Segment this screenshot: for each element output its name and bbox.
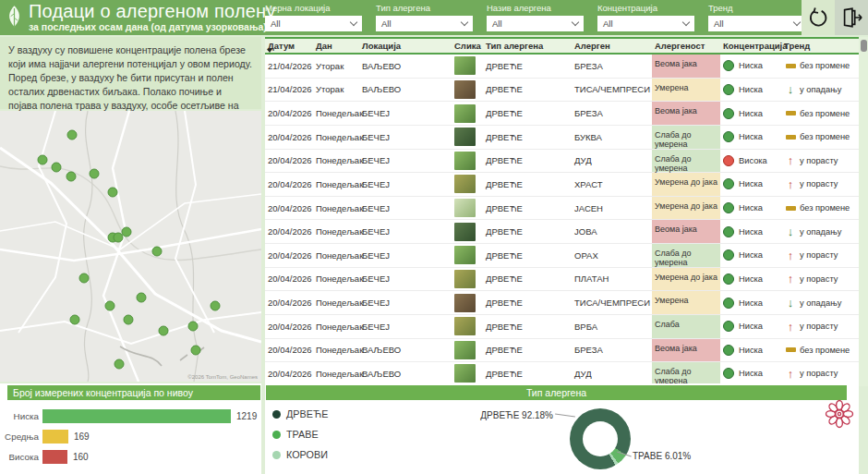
- bar[interactable]: [42, 450, 67, 464]
- map-point[interactable]: [38, 155, 48, 165]
- map-point[interactable]: [122, 227, 132, 237]
- table-row[interactable]: 20/04/2026 Понедељак БЕЧЕЈ ДРВЕЋЕ ДУД Сл…: [265, 150, 859, 174]
- filter-dropdown: Тип алергена All: [376, 2, 473, 31]
- column-header-image[interactable]: Слика: [452, 41, 483, 51]
- table-row[interactable]: 20/04/2026 Понедељак БЕЧЕЈ ДРВЕЋЕ ВРБА С…: [265, 315, 859, 339]
- reset-filters-button[interactable]: [802, 0, 835, 35]
- cell-allergen: БУКВА: [572, 126, 652, 149]
- filter-select[interactable]: All: [597, 16, 694, 31]
- chevron-down-icon: [572, 18, 579, 26]
- cell-image: [452, 339, 483, 362]
- cell-day: Понедељак: [313, 102, 359, 125]
- cell-image: [452, 102, 483, 125]
- map-point[interactable]: [52, 163, 62, 173]
- table-row[interactable]: 20/04/2026 Понедељак БЕЧЕЈ ДРВЕЋЕ ПЛАТАН…: [265, 268, 859, 292]
- cell-trend: у опадању: [781, 79, 859, 102]
- concentration-dot-icon: [723, 178, 734, 189]
- cell-image: [452, 291, 483, 314]
- trend-down-icon: [784, 82, 797, 96]
- cell-date: 20/04/2026: [265, 244, 313, 267]
- cell-location: БЕЧЕЈ: [359, 291, 452, 314]
- table-scrollbar-track[interactable]: [859, 37, 868, 386]
- legend-item[interactable]: КОРОВИ: [272, 444, 328, 465]
- bar[interactable]: [42, 430, 68, 444]
- table-row[interactable]: 21/04/2026 Уторак ВАЉЕВО ДРВЕЋЕ ТИСА/ЧЕМ…: [265, 79, 859, 103]
- table-row[interactable]: 21/04/2026 Уторак ВАЉЕВО ДРВЕЋЕ БРЕЗА Ве…: [265, 55, 859, 79]
- map-point[interactable]: [152, 247, 163, 257]
- cell-allergen-type: ДРВЕЋЕ: [483, 220, 572, 243]
- trend-up-icon: [784, 367, 797, 381]
- cell-concentration: Ниска: [720, 362, 781, 385]
- legend-label: ДРВЕЋЕ: [286, 408, 328, 419]
- cell-allergen: БРЕЗА: [572, 102, 652, 125]
- trend-up-icon: [784, 153, 797, 167]
- column-header-day[interactable]: Дан: [313, 41, 359, 51]
- filter-select[interactable]: All: [487, 16, 584, 31]
- column-header-allergen[interactable]: Алерген: [572, 41, 652, 51]
- map-point[interactable]: [188, 322, 199, 332]
- map-point[interactable]: [211, 301, 221, 311]
- cell-date: 20/04/2026: [265, 268, 313, 291]
- cell-date: 20/04/2026: [265, 173, 313, 196]
- map-point[interactable]: [66, 172, 77, 182]
- column-header-trend[interactable]: Тренд: [781, 41, 859, 51]
- map-panel[interactable]: ©2026 TomTom, GeoNames: [0, 111, 261, 382]
- table-row[interactable]: 20/04/2026 Понедељак БЕЧЕЈ ДРВЕЋЕ ЈАСЕН …: [265, 197, 859, 221]
- map-point[interactable]: [191, 346, 201, 356]
- callout-line: [555, 413, 575, 417]
- trend-flat-icon: [784, 135, 797, 140]
- table-row[interactable]: 20/04/2026 Понедељак БЕЧЕЈ ДРВЕЋЕ ОРАХ С…: [265, 244, 859, 268]
- table-row[interactable]: 20/04/2026 Понедељак БЕЧЕЈ ДРВЕЋЕ ХРАСТ …: [265, 173, 859, 197]
- filter-dropdown: Концентрација All: [597, 2, 694, 31]
- cell-allergen: ТИСА/ЧЕМПРЕСИ: [572, 291, 652, 314]
- map-point[interactable]: [79, 273, 90, 284]
- map-point[interactable]: [108, 188, 118, 198]
- filter-select[interactable]: All: [376, 16, 473, 31]
- cell-allergen-type: ДРВЕЋЕ: [483, 339, 572, 362]
- bar[interactable]: [42, 409, 231, 423]
- filter-selected-value: All: [381, 18, 392, 29]
- cell-day: Понедељак: [313, 339, 359, 362]
- map-point[interactable]: [70, 315, 80, 325]
- bar-row[interactable]: Средња 169: [0, 426, 261, 446]
- table-scrollbar-thumb[interactable]: [861, 40, 867, 52]
- bar-row[interactable]: Висока 160: [0, 446, 261, 467]
- map-point[interactable]: [115, 359, 125, 370]
- cell-day: Понедељак: [313, 220, 359, 243]
- cell-trend: у порасту: [781, 173, 859, 196]
- table-row[interactable]: 20/04/2026 Понедељак БЕЧЕЈ ДРВЕЋЕ БУКВА …: [265, 126, 859, 150]
- cell-concentration: Ниска: [720, 268, 781, 291]
- cell-date: 20/04/2026: [265, 291, 313, 314]
- column-header-location[interactable]: Локација: [359, 41, 452, 51]
- legend-item[interactable]: ДРВЕЋЕ: [272, 404, 328, 424]
- column-header-allergenicity[interactable]: Алергеност: [652, 41, 720, 51]
- map-point[interactable]: [124, 315, 134, 325]
- cell-location: ВАЉЕВО: [359, 362, 452, 385]
- page-title: Подаци о алергеном полену: [29, 1, 276, 21]
- map-point[interactable]: [67, 130, 78, 140]
- table-row[interactable]: 20/04/2026 Понедељак ВАЉЕВО ДРВЕЋЕ ДУД С…: [265, 362, 859, 386]
- table-row[interactable]: 20/04/2026 Понедељак БЕЧЕЈ ДРВЕЋЕ ТИСА/Ч…: [265, 291, 859, 315]
- allergenicity-badge: Слаба до умерена: [652, 150, 720, 173]
- map-point[interactable]: [137, 293, 147, 303]
- map-point[interactable]: [159, 326, 169, 336]
- cell-date: 21/04/2026: [265, 79, 313, 102]
- column-header-type[interactable]: Тип алергена: [483, 41, 572, 51]
- cell-allergen: ОРАХ: [572, 244, 652, 267]
- cell-day: Понедељак: [313, 197, 359, 220]
- exit-button[interactable]: [835, 0, 868, 35]
- table-row[interactable]: 20/04/2026 Понедељак БЕЧЕЈ ДРВЕЋЕ БРЕЗА …: [265, 102, 859, 126]
- donut-chart[interactable]: [570, 408, 631, 469]
- column-header-concentration[interactable]: Концентрација: [720, 41, 781, 51]
- bar-row[interactable]: Ниска 1219: [0, 406, 261, 426]
- map-point[interactable]: [90, 169, 100, 179]
- legend-item[interactable]: ТРАВЕ: [272, 424, 328, 444]
- filter-select[interactable]: All: [265, 16, 362, 31]
- cell-allergen-type: ДРВЕЋЕ: [483, 268, 572, 291]
- table-row[interactable]: 20/04/2026 Понедељак ВАЉЕВО ДРВЕЋЕ БРЕЗА…: [265, 339, 859, 363]
- filter-select[interactable]: All: [708, 16, 805, 31]
- filter-dropdown: Тренд All: [708, 2, 805, 31]
- cell-date: 20/04/2026: [265, 150, 313, 173]
- table-row[interactable]: 20/04/2026 Понедељак БЕЧЕЈ ДРВЕЋЕ ЈОВА В…: [265, 220, 859, 244]
- map-point[interactable]: [105, 301, 115, 311]
